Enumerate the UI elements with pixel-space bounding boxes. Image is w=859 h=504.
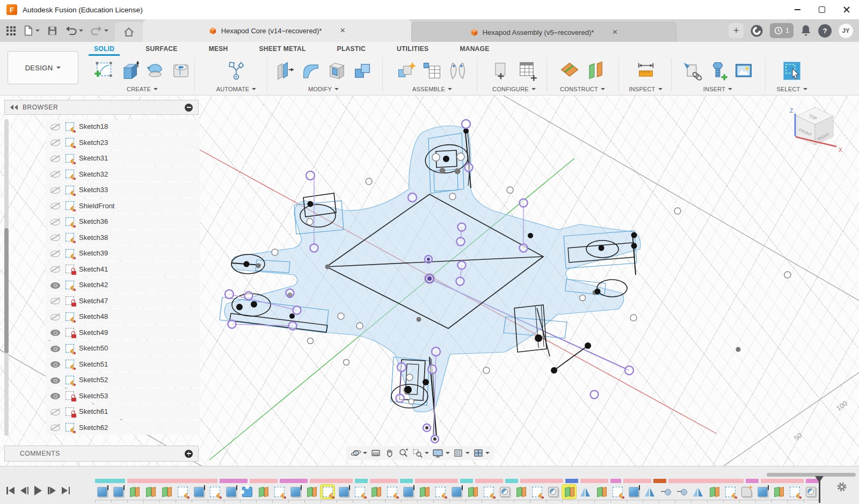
close-button[interactable] bbox=[834, 0, 859, 19]
browser-item[interactable]: Sketch23 bbox=[46, 135, 200, 150]
new-component-icon[interactable] bbox=[396, 60, 417, 82]
extrude-icon[interactable] bbox=[119, 60, 140, 82]
timeline-feature[interactable] bbox=[143, 485, 157, 499]
hole-icon[interactable] bbox=[170, 60, 192, 82]
insert-derive-icon[interactable] bbox=[681, 60, 703, 82]
timeline-feature[interactable] bbox=[321, 485, 334, 499]
timeline-group-bar[interactable] bbox=[475, 479, 503, 483]
timeline-feature[interactable] bbox=[337, 485, 351, 499]
timeline-group-bar[interactable] bbox=[505, 479, 518, 483]
collapse-all-icon[interactable] bbox=[185, 104, 193, 112]
fillet-icon[interactable] bbox=[300, 60, 322, 82]
shell-icon[interactable] bbox=[326, 60, 347, 82]
zoom-window-button[interactable] bbox=[412, 448, 429, 458]
timeline-group-bar[interactable] bbox=[746, 479, 759, 483]
timeline-group-bar[interactable] bbox=[520, 479, 563, 483]
configure-icon[interactable] bbox=[491, 60, 512, 82]
timeline-feature[interactable] bbox=[353, 485, 367, 499]
browser-item[interactable]: Sketch52 bbox=[46, 372, 200, 388]
timeline-feature[interactable] bbox=[643, 485, 657, 499]
timeline-group-bar[interactable] bbox=[280, 479, 308, 483]
home-button[interactable] bbox=[115, 22, 143, 42]
file-menu-button[interactable] bbox=[23, 25, 40, 36]
visibility-eye-icon[interactable] bbox=[50, 360, 61, 368]
timeline-group-bar[interactable] bbox=[355, 479, 368, 483]
timeline-group-bar[interactable] bbox=[370, 479, 398, 483]
timeline-feature[interactable] bbox=[546, 485, 560, 499]
timeline-feature[interactable] bbox=[449, 485, 463, 499]
group-label-inspect[interactable]: INSPECT bbox=[629, 86, 662, 94]
timeline-feature[interactable] bbox=[256, 485, 270, 499]
timeline-feature[interactable] bbox=[562, 485, 576, 499]
ribbon-tab[interactable]: MANAGE bbox=[454, 42, 494, 56]
visibility-eye-icon[interactable] bbox=[50, 312, 61, 321]
timeline-feature[interactable] bbox=[176, 485, 190, 499]
user-avatar[interactable]: JY bbox=[838, 23, 854, 39]
timeline-feature[interactable] bbox=[610, 485, 624, 499]
browser-item[interactable]: Sketch38 bbox=[46, 230, 200, 245]
timeline-scrollbar[interactable] bbox=[767, 473, 856, 477]
save-button[interactable] bbox=[47, 25, 58, 36]
group-label-create[interactable]: CREATE bbox=[127, 86, 158, 94]
timeline-feature[interactable] bbox=[288, 485, 302, 499]
timeline-feature[interactable] bbox=[530, 485, 544, 499]
view-cube[interactable]: TOP FRONT RIGHT Z X bbox=[790, 107, 842, 153]
group-label-construct[interactable]: CONSTRUCT bbox=[560, 86, 605, 94]
browser-item[interactable]: Sketch51 bbox=[46, 357, 200, 372]
visibility-eye-icon[interactable] bbox=[50, 281, 61, 289]
display-settings-button[interactable] bbox=[432, 448, 450, 458]
insert-fastener-icon[interactable] bbox=[707, 60, 729, 82]
ribbon-tab[interactable]: UTILITIES bbox=[391, 42, 434, 56]
timeline-feature[interactable] bbox=[111, 485, 125, 499]
group-label-modify[interactable]: MODIFY bbox=[308, 86, 339, 94]
browser-item[interactable]: Sketch50 bbox=[46, 341, 200, 356]
help-button[interactable]: ? bbox=[818, 24, 832, 38]
browser-item[interactable]: Sketch31 bbox=[46, 151, 200, 166]
pan-button[interactable] bbox=[384, 448, 395, 458]
timeline-feature[interactable] bbox=[385, 485, 399, 499]
browser-item[interactable]: Sketch39 bbox=[46, 246, 200, 261]
skip-to-start-button[interactable] bbox=[6, 487, 14, 494]
timeline-feature[interactable] bbox=[498, 485, 512, 499]
group-label-automate[interactable]: AUTOMATE bbox=[216, 86, 257, 94]
timeline-group-bar[interactable] bbox=[668, 479, 744, 483]
timeline-group-bar[interactable] bbox=[761, 479, 804, 483]
browser-item[interactable]: Sketch41 bbox=[46, 262, 200, 277]
visibility-eye-icon[interactable] bbox=[50, 186, 61, 194]
select-icon[interactable] bbox=[781, 60, 803, 82]
grid-settings-button[interactable] bbox=[453, 448, 470, 458]
app-grid-icon[interactable] bbox=[6, 26, 16, 35]
group-label-insert[interactable]: INSERT bbox=[703, 86, 732, 94]
press-pull-icon[interactable] bbox=[274, 60, 296, 82]
viewports-button[interactable] bbox=[473, 448, 490, 458]
timeline-feature[interactable] bbox=[401, 485, 415, 499]
minimize-button[interactable] bbox=[785, 0, 810, 19]
timeline-feature[interactable] bbox=[272, 485, 286, 499]
document-tab-active[interactable]: Hexapod Core (v14~recovered)* × bbox=[143, 19, 411, 42]
timeline-group-bar[interactable] bbox=[580, 479, 608, 483]
extensions-icon[interactable] bbox=[750, 24, 763, 38]
timeline-feature[interactable] bbox=[659, 485, 673, 499]
timeline-feature[interactable] bbox=[240, 485, 254, 499]
visibility-eye-icon[interactable] bbox=[50, 265, 61, 273]
joint-icon[interactable] bbox=[447, 60, 469, 82]
timeline-feature[interactable] bbox=[627, 485, 640, 499]
measure-icon[interactable] bbox=[635, 60, 657, 82]
workspace-selector[interactable]: DESIGN bbox=[8, 51, 78, 84]
ribbon-tab[interactable]: SOLID bbox=[89, 42, 120, 56]
zoom-button[interactable] bbox=[398, 448, 409, 458]
browser-item[interactable]: Sketch62 bbox=[46, 420, 200, 435]
add-comment-icon[interactable] bbox=[185, 450, 193, 458]
browser-item[interactable]: Sketch53 bbox=[46, 389, 200, 404]
timeline-feature[interactable] bbox=[771, 485, 785, 499]
timeline-group-bar[interactable] bbox=[653, 479, 666, 483]
visibility-eye-icon[interactable] bbox=[50, 170, 61, 178]
timeline-group-bar[interactable] bbox=[220, 479, 247, 483]
skip-to-end-button[interactable] bbox=[62, 487, 70, 494]
timeline-feature[interactable] bbox=[482, 485, 496, 499]
visibility-eye-icon[interactable] bbox=[50, 154, 61, 163]
browser-item[interactable]: Sketch47 bbox=[46, 294, 200, 309]
timeline-feature[interactable] bbox=[723, 485, 737, 499]
construct-planes-icon[interactable] bbox=[585, 60, 606, 82]
document-tab-inactive[interactable]: Hexapod Assembly (v5~recovered)* × bbox=[411, 22, 676, 42]
